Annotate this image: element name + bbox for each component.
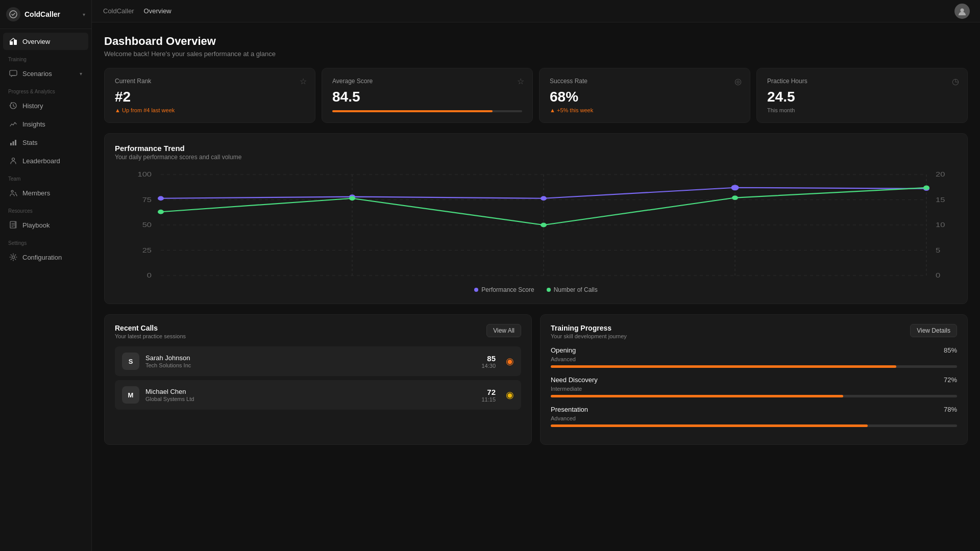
- svg-rect-5: [10, 143, 12, 145]
- skill-opening-pct: 85%: [944, 346, 957, 354]
- hours-sub: This month: [767, 107, 957, 113]
- playbook-icon: [9, 221, 17, 229]
- resources-section-label: Resources: [0, 202, 91, 216]
- svg-text:20: 20: [936, 171, 945, 178]
- settings-section-label: Settings: [0, 234, 91, 248]
- svg-point-9: [11, 190, 13, 192]
- call-avatar-1: M: [122, 386, 139, 404]
- training-sub: Your skill development journey: [551, 333, 627, 339]
- view-details-button[interactable]: View Details: [910, 324, 957, 337]
- svg-text:0: 0: [147, 272, 152, 279]
- skill-opening-fill: [551, 365, 896, 368]
- recent-calls-card: Recent Calls Your latest practice sessio…: [104, 314, 532, 445]
- skill-opening: Opening 85% Advanced: [551, 346, 957, 368]
- call-info-1: Michael Chen Global Systems Ltd: [145, 388, 475, 402]
- sidebar-item-members[interactable]: Members: [3, 184, 88, 202]
- page-subtitle: Welcome back! Here's your sales performa…: [104, 50, 968, 58]
- svg-text:10: 10: [936, 222, 945, 229]
- recent-calls-sub: Your latest practice sessions: [115, 333, 186, 339]
- svg-rect-11: [15, 221, 16, 228]
- svg-point-44: [349, 196, 355, 201]
- insights-icon: [9, 120, 17, 128]
- members-icon: [9, 189, 17, 197]
- success-label: Success Rate: [550, 78, 740, 85]
- skill-opening-bar: [551, 365, 957, 368]
- sidebar-item-overview[interactable]: Overview: [3, 33, 88, 50]
- chart-legend: Performance Score Number of Calls: [115, 286, 957, 293]
- skill-pres-name: Presentation: [551, 406, 588, 413]
- recent-calls-title: Recent Calls: [115, 324, 186, 332]
- call-name-1: Michael Chen: [145, 388, 475, 395]
- chart-area: .gridline { stroke: #2a2a2a; stroke-widt…: [115, 169, 957, 281]
- svg-text:Wed: Wed: [535, 280, 552, 281]
- score-progress-fill: [332, 110, 493, 112]
- topbar: ColdCaller Overview: [92, 0, 980, 22]
- score-progress-bar: [332, 110, 522, 112]
- training-header: Training Progress Your skill development…: [551, 324, 957, 339]
- star-filled-icon: ☆: [517, 77, 524, 86]
- skill-presentation: Presentation 78% Advanced: [551, 406, 957, 427]
- stat-card-hours: Practice Hours ◷ 24.5 This month: [756, 68, 968, 123]
- breadcrumb-current: Overview: [144, 7, 172, 15]
- call-time-1: 11:15: [481, 396, 496, 403]
- star-icon: ☆: [300, 77, 307, 86]
- sidebar-item-playbook[interactable]: Playbook: [3, 216, 88, 234]
- logo-avatar: [6, 7, 20, 21]
- svg-text:5: 5: [936, 247, 940, 254]
- calls-dot: [547, 288, 551, 292]
- yellow-circle-icon: ◉: [506, 390, 514, 400]
- sidebar-item-insights[interactable]: Insights: [3, 115, 88, 133]
- performance-dot: [474, 288, 478, 292]
- svg-point-40: [541, 196, 547, 201]
- svg-point-43: [158, 210, 164, 214]
- sidebar-item-stats[interactable]: Stats: [3, 134, 88, 151]
- scenarios-chevron: ▾: [80, 71, 82, 77]
- svg-text:25: 25: [142, 247, 152, 254]
- svg-point-46: [732, 195, 738, 200]
- training-title: Training Progress: [551, 324, 627, 332]
- call-score-1: 72 11:15: [481, 388, 496, 403]
- call-score-val-1: 72: [481, 388, 496, 396]
- performance-chart: .gridline { stroke: #2a2a2a; stroke-widt…: [115, 169, 957, 281]
- configuration-label: Configuration: [22, 254, 62, 261]
- sidebar-item-scenarios[interactable]: Scenarios ▾: [3, 65, 88, 82]
- home-icon: [9, 37, 17, 45]
- user-avatar[interactable]: [954, 4, 970, 19]
- main-area: ColdCaller Overview Dashboard Overview W…: [92, 0, 980, 551]
- skill-opening-name: Opening: [551, 346, 576, 354]
- target-icon: ◎: [734, 77, 742, 86]
- svg-point-8: [12, 158, 15, 161]
- score-value: 84.5: [332, 89, 522, 105]
- view-all-button[interactable]: View All: [486, 324, 521, 337]
- chevron-down-icon: ▾: [83, 12, 85, 17]
- sidebar-item-leaderboard[interactable]: Leaderboard: [3, 152, 88, 169]
- chart-subtitle: Your daily performance scores and call v…: [115, 154, 957, 161]
- svg-text:0: 0: [936, 272, 940, 279]
- scenarios-label: Scenarios: [22, 70, 52, 78]
- svg-rect-3: [10, 70, 17, 76]
- clock-icon: ◷: [952, 77, 959, 86]
- call-row-0: S Sarah Johnson Tech Solutions Inc 85 14…: [115, 346, 521, 376]
- skill-pres-level: Advanced: [551, 415, 957, 421]
- call-avatar-0: S: [122, 353, 139, 370]
- app-name: ColdCaller: [24, 10, 60, 18]
- training-progress-card: Training Progress Your skill development…: [540, 314, 968, 445]
- analytics-section-label: Progress & Analytics: [0, 83, 91, 96]
- svg-point-12: [12, 256, 15, 259]
- skill-need-level: Intermediate: [551, 386, 957, 392]
- success-value: 68%: [550, 89, 740, 105]
- app-logo[interactable]: ColdCaller ▾: [0, 0, 91, 29]
- svg-text:75: 75: [142, 196, 152, 203]
- skill-pres-bar: [551, 424, 957, 427]
- breadcrumb-app: ColdCaller: [103, 7, 134, 15]
- svg-text:Tue: Tue: [345, 280, 359, 281]
- svg-point-45: [541, 223, 547, 228]
- sidebar-item-configuration[interactable]: Configuration: [3, 248, 88, 266]
- sidebar-overview-label: Overview: [22, 38, 50, 45]
- svg-text:Fri: Fri: [921, 280, 931, 281]
- svg-text:100: 100: [137, 171, 152, 178]
- config-icon: [9, 253, 17, 261]
- call-time-0: 14:30: [481, 363, 496, 369]
- svg-point-41: [731, 185, 739, 190]
- sidebar-item-history[interactable]: History: [3, 97, 88, 114]
